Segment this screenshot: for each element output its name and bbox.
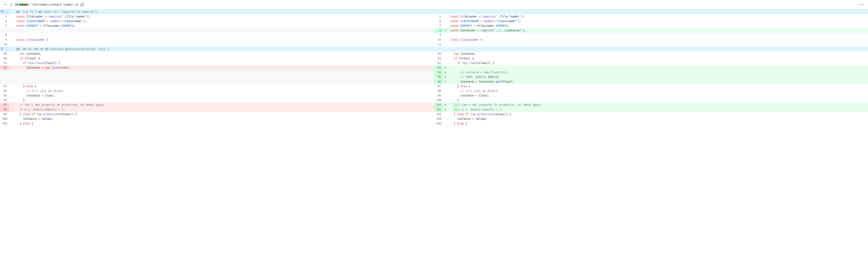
- code-right: let instance;: [448, 52, 868, 56]
- marker-add: +: [443, 103, 448, 107]
- marker-del: -: [9, 103, 14, 107]
- line-number-right[interactable]: 6: [434, 19, 443, 24]
- line-number-right[interactable]: 91: [434, 56, 443, 61]
- diff-row: 1011: [0, 42, 868, 47]
- kebab-menu-icon[interactable]: [859, 2, 864, 7]
- line-number-right[interactable]: 5: [434, 14, 443, 19]
- line-number-right[interactable]: 98: [434, 89, 443, 93]
- diff-row: 8+const Container = require('../../conta…: [0, 28, 868, 33]
- diff-row: 91 if (is.class(Class)) {92 if (is.class…: [0, 61, 868, 65]
- line-number-right[interactable]: 90: [434, 52, 443, 56]
- diff-row: 94+ // instance = new Class(ctx);: [0, 70, 868, 75]
- line-number-left[interactable]: 94: [0, 89, 9, 93]
- line-number-right[interactable]: 8: [434, 28, 443, 33]
- line-number-right[interactable]: 104: [434, 116, 443, 121]
- code-right: if (Class) {: [448, 56, 868, 61]
- code-left: let instance;: [14, 52, 434, 56]
- marker-add: +: [443, 107, 448, 112]
- chevron-down-icon[interactable]: [4, 3, 7, 6]
- line-number-left[interactable]: 90: [0, 56, 9, 61]
- line-number-right[interactable]: 105: [434, 121, 443, 126]
- code-left: instance = Class;: [14, 93, 434, 98]
- code-left: const CLASSLOADER = Symbol('classLoader'…: [14, 19, 434, 24]
- line-number-left[interactable]: 10: [0, 42, 9, 47]
- line-number-left[interactable]: 6: [0, 19, 9, 24]
- line-number-left[interactable]: 95: [0, 93, 9, 98]
- code-left: // Can't set property to primitive, so c…: [14, 103, 434, 107]
- marker-del: -: [9, 65, 14, 70]
- line-number-left[interactable]: 7: [0, 24, 9, 28]
- code-right: } else {: [448, 84, 868, 89]
- line-number-left[interactable]: 100: [0, 116, 9, 121]
- line-number-left[interactable]: 98: [0, 107, 9, 112]
- diff-row: 98- // e.x. module.exports = 1;102+ // e…: [0, 107, 868, 112]
- diff-row: 90 if (Class) {91 if (Class) {: [0, 56, 868, 61]
- diff-row: 93 } else {97 } else {: [0, 84, 868, 89]
- code-left: class ClassLoader {: [14, 37, 434, 42]
- line-number-right[interactable]: 9: [434, 33, 443, 37]
- diff-row: 89: [0, 33, 868, 37]
- expand-icon[interactable]: [0, 9, 9, 14]
- line-number-right[interactable]: 99: [434, 93, 443, 98]
- marker-add: +: [443, 70, 448, 75]
- code-right: class ClassLoader {: [448, 37, 868, 42]
- code-left: const EXPORTS = FileLoader.EXPORTS;: [14, 24, 434, 28]
- code-right: } else {: [448, 121, 868, 126]
- code-right: // instance = new Class(ctx);: [448, 70, 868, 75]
- diff-row: 94 // it's just an object98 // it's just…: [0, 89, 868, 93]
- line-number-right[interactable]: 11: [434, 42, 443, 47]
- line-number-left[interactable]: 96: [0, 98, 9, 103]
- file-header-left: 10 lib/loader/context_loader.js: [4, 3, 859, 6]
- diff-row: 95 instance = Class;99 instance = Class;: [0, 93, 868, 98]
- line-number-right[interactable]: 103: [434, 112, 443, 116]
- code-right: if (is.class(Class)) {: [448, 61, 868, 65]
- line-number-left[interactable]: 99: [0, 112, 9, 116]
- line-number-left[interactable]: 97: [0, 103, 9, 107]
- line-number-right[interactable]: 10: [434, 37, 443, 42]
- diff-row: 100 instance = values;104 instance = val…: [0, 116, 868, 121]
- diff-row: 101 } else {105 } else {: [0, 121, 868, 126]
- code-left: // it's just an object: [14, 89, 434, 93]
- line-number-right[interactable]: 7: [434, 24, 443, 28]
- line-number-right[interactable]: 93: [434, 65, 443, 70]
- line-number-right[interactable]: 95: [434, 75, 443, 79]
- line-number-left[interactable]: 5: [0, 14, 9, 19]
- code-right: // e.x. module.exports = 1;: [448, 107, 868, 112]
- code-left: [14, 33, 434, 37]
- copy-path-icon[interactable]: [81, 3, 84, 6]
- code-right: instance = Container.get(Class);: [448, 79, 868, 84]
- line-number-right[interactable]: 101: [434, 103, 443, 107]
- expand-icon[interactable]: [0, 47, 9, 52]
- code-right: [448, 65, 868, 70]
- line-number-right[interactable]: 92: [434, 61, 443, 65]
- line-number-left[interactable]: 9: [0, 37, 9, 42]
- line-number-left[interactable]: 101: [0, 121, 9, 126]
- diffstat-count: 10: [15, 3, 18, 6]
- line-number-right[interactable]: 97: [434, 84, 443, 89]
- diffstat-blocks: [19, 4, 29, 6]
- line-number-left[interactable]: 92: [0, 65, 9, 70]
- file-path[interactable]: lib/loader/context_loader.js: [31, 3, 78, 6]
- diff-row: 6const CLASSLOADER = Symbol('classLoader…: [0, 19, 868, 24]
- code-right: const CLASSLOADER = Symbol('classLoader'…: [448, 19, 868, 24]
- line-number-left[interactable]: 91: [0, 61, 9, 65]
- code-left: // e.x. module.exports = 1;: [14, 107, 434, 112]
- expand-all-icon[interactable]: [9, 3, 13, 6]
- code-right: const Container = require('../../contain…: [448, 28, 868, 33]
- line-number-right[interactable]: 96: [434, 79, 443, 84]
- line-number-left[interactable]: 93: [0, 84, 9, 89]
- code-left: const FileLoader = require('./file_loade…: [14, 14, 434, 19]
- diff-row: 97- // Can't set property to primitive, …: [0, 103, 868, 107]
- line-number-right[interactable]: 94: [434, 70, 443, 75]
- line-number-left[interactable]: 8: [0, 33, 9, 37]
- diff-row: 99 } else if (is.primitive(values)) {103…: [0, 112, 868, 116]
- diffstat: 10: [15, 3, 29, 6]
- line-number-right[interactable]: 100: [434, 98, 443, 103]
- line-number-left[interactable]: 89: [0, 52, 9, 56]
- code-right: instance = values;: [448, 116, 868, 121]
- diff-row: 92- instance = new Class(ctx);93+: [0, 65, 868, 70]
- hunk-text: @@ -89,13 +90,16 @@ function getInstance…: [14, 47, 434, 52]
- hunk-header: @@ -89,13 +90,16 @@ function getInstance…: [0, 47, 868, 52]
- line-number-right[interactable]: 102: [434, 107, 443, 112]
- code-left: } else {: [14, 84, 434, 89]
